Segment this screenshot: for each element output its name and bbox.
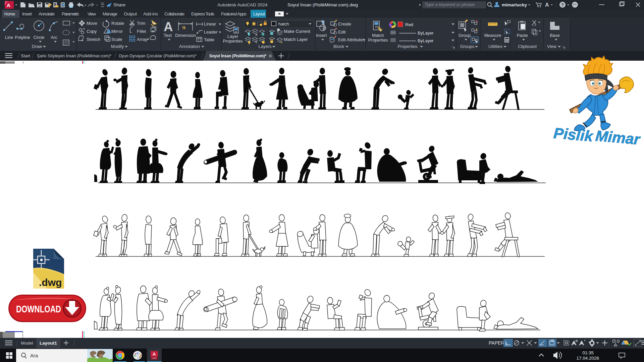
svg-text:Pislik: Pislik xyxy=(553,124,594,145)
svg-text:Mimar: Mimar xyxy=(595,127,641,148)
svg-text:Model: Model xyxy=(21,341,33,346)
svg-text:Layout1: Layout1 xyxy=(40,341,57,346)
svg-text:CAD: CAD xyxy=(152,357,157,359)
svg-text:A: A xyxy=(153,352,156,357)
svg-text:Ara: Ara xyxy=(30,353,38,358)
svg-text:01:35: 01:35 xyxy=(582,350,594,355)
svg-text:PAPER: PAPER xyxy=(489,340,504,346)
svg-text:DOWNLOAD: DOWNLOAD xyxy=(16,303,61,314)
svg-text:17.04.2026: 17.04.2026 xyxy=(576,356,599,361)
svg-text:.dwg: .dwg xyxy=(39,277,62,288)
